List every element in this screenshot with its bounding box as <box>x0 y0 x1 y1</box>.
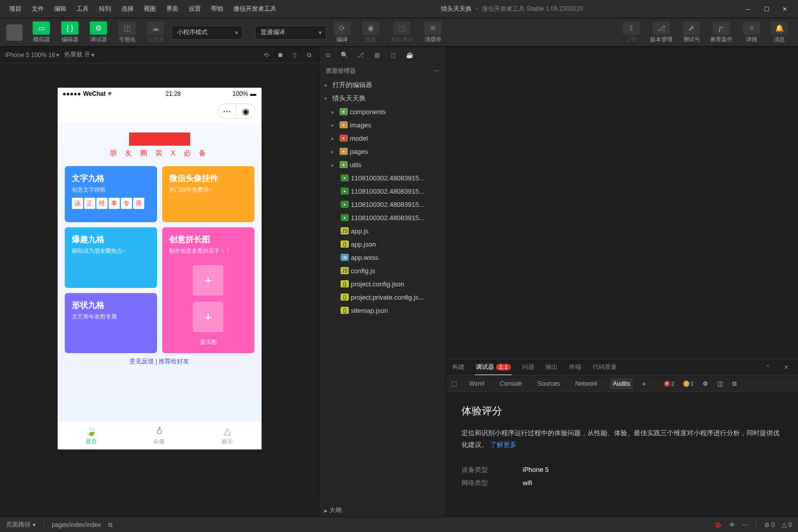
debugger-button[interactable]: ⚙调试器 <box>86 19 111 45</box>
menu-help[interactable]: 帮助 <box>206 2 228 16</box>
refresh-icon[interactable]: ⟲ <box>262 50 271 60</box>
window-maximize-icon[interactable]: ☐ <box>761 4 771 14</box>
menu-view[interactable]: 视图 <box>139 2 161 16</box>
copy-icon[interactable]: ⧉ <box>108 521 113 528</box>
tree-project-root[interactable]: ▾情头天天换 <box>319 92 446 105</box>
compile-select[interactable]: 普通编译 <box>255 25 326 40</box>
learn-more-link[interactable]: 了解更多 <box>490 441 517 448</box>
explorer-git-icon[interactable]: ⎇ <box>356 50 365 60</box>
debug-tab-quality[interactable]: 代码质量 <box>591 360 618 375</box>
popout-icon[interactable]: ⧉ <box>304 50 314 60</box>
tree-file[interactable]: ▪1108100302.48083915... <box>319 171 446 184</box>
explorer-more-icon[interactable]: ⋯ <box>433 67 440 74</box>
devtool-audits[interactable]: Audits <box>610 378 633 389</box>
tree-file-projectprivate[interactable]: {}project.private.config.js... <box>319 290 446 304</box>
tab-avatar[interactable]: ♁头像 <box>125 421 193 449</box>
card-long-image[interactable]: 创意拼长图制作创意多图的高手！！ + + 显示图 <box>162 227 254 353</box>
message-button[interactable]: 🔔消息 <box>766 19 792 45</box>
explorer-split-icon[interactable]: ◫ <box>389 50 398 60</box>
editor-button[interactable]: { }编辑器 <box>57 19 83 45</box>
detail-button[interactable]: ≡详情 <box>739 19 764 45</box>
plus-icon[interactable]: + <box>193 265 223 296</box>
feedback-links[interactable]: 意见反馈 | 推荐给好友 <box>65 357 254 366</box>
devtool-sources[interactable]: Sources <box>534 378 563 389</box>
more-tabs-icon[interactable]: » <box>642 380 646 387</box>
tree-folder-model[interactable]: ▸▪model <box>319 131 446 145</box>
visual-button[interactable]: ◫可视化 <box>114 19 140 45</box>
tree-folder-images[interactable]: ▸▪images <box>319 118 446 131</box>
debug-tab-debugger[interactable]: 调试器2, 1 <box>475 360 512 375</box>
mode-select[interactable]: 小程序模式 <box>171 25 243 40</box>
avatar[interactable] <box>6 24 22 41</box>
menu-project[interactable]: 项目 <box>4 2 27 16</box>
debug-tab-problems[interactable]: 问题 <box>521 360 535 375</box>
outline-header[interactable]: ▸大纲 <box>319 503 446 517</box>
plus-icon[interactable]: + <box>193 302 223 332</box>
popout-icon[interactable]: ⧉ <box>732 380 737 387</box>
tree-file[interactable]: ▪1108100302.48083915... <box>319 211 446 224</box>
devtool-console[interactable]: Console <box>497 378 525 389</box>
tree-file-projectconfig[interactable]: {}project.config.json <box>319 277 446 290</box>
device-select[interactable]: iPhone 5 100% 16 ▾ <box>5 51 59 59</box>
explorer-ext-icon[interactable]: ▦ <box>372 50 381 60</box>
bug-icon[interactable]: 🐞 <box>714 521 722 528</box>
simulator-button[interactable]: ▭模拟器 <box>29 19 54 45</box>
chevron-up-icon[interactable]: ⌃ <box>765 364 775 371</box>
capsule-more-icon[interactable]: ⋯ <box>218 104 237 118</box>
close-icon[interactable]: ✕ <box>784 364 793 371</box>
menu-settings[interactable]: 设置 <box>184 2 206 16</box>
explorer-coffee-icon[interactable]: ☕ <box>405 50 414 60</box>
tree-folder-pages[interactable]: ▸▪pages <box>319 145 446 158</box>
capsule-close-icon[interactable]: ◉ <box>237 104 255 118</box>
inspect-icon[interactable]: ⬚ <box>451 380 457 387</box>
error-count[interactable]: ✕2 <box>664 381 674 387</box>
card-text-nine[interactable]: 文字九格创意文字拼图 说 正 经 事 专 用 <box>65 166 157 222</box>
preview-button[interactable]: ◉预览 <box>358 19 383 45</box>
eye-icon[interactable]: 👁 <box>729 521 735 528</box>
cloud-button[interactable]: ☁云开发 <box>143 19 168 45</box>
tree-file-configjs[interactable]: JSconfig.js <box>319 264 446 277</box>
page-route-label[interactable]: 页面路径 ▾ <box>6 520 36 529</box>
dock-icon[interactable]: ◫ <box>717 380 723 387</box>
stop-icon[interactable]: ⏹ <box>276 50 285 60</box>
hot-reload-toggle[interactable]: 热重载 开 ▾ <box>64 50 94 59</box>
tree-file-appwxss[interactable]: ≋app.wxss <box>319 251 446 264</box>
remote-debug-button[interactable]: ⬚真机调试 <box>387 19 417 45</box>
explorer-search-icon[interactable]: 🔍 <box>340 50 349 60</box>
devtool-wxml[interactable]: Wxml <box>466 378 487 389</box>
menu-file[interactable]: 文件 <box>27 2 49 16</box>
version-button[interactable]: ⎇版本管理 <box>646 19 677 45</box>
compile-button[interactable]: ⟳编译 <box>329 19 355 45</box>
tab-home[interactable]: 🍃首页 <box>58 421 125 449</box>
tree-folder-utils[interactable]: ▸▪utils <box>319 158 446 171</box>
debug-tab-build[interactable]: 构建 <box>451 360 466 375</box>
menu-wxdevtool[interactable]: 微信开发者工具 <box>228 2 281 16</box>
tab-fun[interactable]: △娱乐 <box>193 421 261 449</box>
card-avatar-pendant[interactable]: 微信头像挂件热门挂件免费用~ <box>162 166 254 222</box>
phone-icon[interactable]: ▯ <box>290 50 299 60</box>
tree-open-editors[interactable]: ▾打开的编辑器 <box>319 78 446 92</box>
debug-tab-output[interactable]: 输出 <box>545 360 559 375</box>
window-minimize-icon[interactable]: ─ <box>743 4 753 14</box>
tree-file-sitemap[interactable]: {}sitemap.json <box>319 304 446 317</box>
menu-goto[interactable]: 转到 <box>94 2 116 16</box>
card-shape-nine[interactable]: 形状九格文艺青年发图专属 <box>65 293 157 354</box>
menu-ui[interactable]: 界面 <box>161 2 184 16</box>
status-warnings[interactable]: △ 0 <box>782 521 792 528</box>
window-close-icon[interactable]: ✕ <box>780 4 790 14</box>
gear-icon[interactable]: ⚙ <box>703 380 708 387</box>
tree-file[interactable]: ▪1108100302.48083915... <box>319 198 446 211</box>
status-errors[interactable]: ⊘ 0 <box>764 521 775 528</box>
menu-edit[interactable]: 编辑 <box>49 2 71 16</box>
menu-tool[interactable]: 工具 <box>71 2 94 16</box>
menu-select[interactable]: 选择 <box>116 2 139 16</box>
debug-tab-terminal[interactable]: 终端 <box>568 360 582 375</box>
tree-folder-components[interactable]: ▸▪components <box>319 105 446 118</box>
edu-button[interactable]: 🎓教育套件 <box>706 19 737 45</box>
warning-count[interactable]: !1 <box>683 381 693 387</box>
tree-file[interactable]: ▪1108100302.48083915... <box>319 184 446 198</box>
devtool-network[interactable]: Network <box>572 378 601 389</box>
testid-button[interactable]: ⬈测试号 <box>679 19 704 45</box>
card-fun-nine[interactable]: 爆趣九格瞬间成为朋友圈焦点~ <box>65 227 157 288</box>
more-icon[interactable]: ⋯ <box>742 521 749 528</box>
